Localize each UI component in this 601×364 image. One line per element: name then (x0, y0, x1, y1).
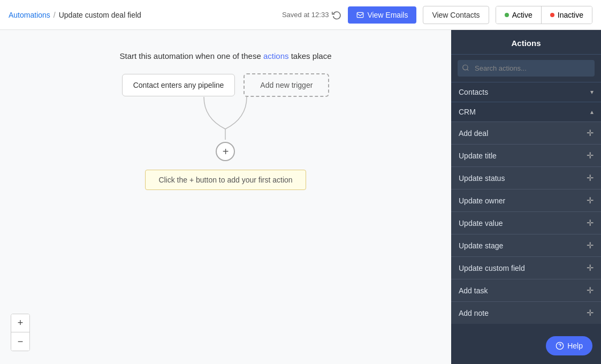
drag-handle-icon: ✛ (587, 218, 594, 228)
search-box (458, 60, 595, 77)
breadcrumb-separator: / (54, 11, 56, 19)
status-toggle-group: Active Inactive (496, 6, 592, 24)
automation-description: Start this automation when one of these … (119, 51, 331, 60)
action-item-update-title[interactable]: Update title ✛ (451, 144, 601, 166)
automation-text-after: takes place (288, 51, 331, 60)
action-add-deal-label: Add deal (459, 129, 488, 138)
action-item-update-custom-field[interactable]: Update custom field ✛ (451, 256, 601, 279)
drag-handle-icon: ✛ (587, 150, 594, 161)
zoom-in-button[interactable]: + (11, 314, 29, 332)
action-update-status-label: Update status (459, 174, 505, 183)
action-update-owner-label: Update owner (459, 196, 505, 205)
zoom-controls: + − (11, 314, 30, 351)
drag-handle-icon: ✛ (587, 128, 594, 138)
chevron-up-icon: ▴ (590, 108, 594, 116)
action-item-update-value[interactable]: Update value ✛ (451, 211, 601, 234)
email-icon (356, 11, 364, 19)
section-crm-label: CRM (459, 108, 476, 116)
hint-box: Click the + button to add your first act… (145, 170, 306, 190)
trigger-box-existing[interactable]: Contact enters any pipeline (122, 74, 235, 96)
plus-icon: + (223, 146, 229, 158)
connector-area: + Click the + button to add your first a… (145, 97, 306, 190)
header: Automations / Update custom deal field S… (0, 0, 601, 30)
trigger-box-new-label: Add new trigger (260, 81, 313, 89)
section-contacts[interactable]: Contacts ▾ (451, 82, 601, 102)
action-item-add-deal[interactable]: Add deal ✛ (451, 122, 601, 144)
status-inactive-button[interactable]: Inactive (542, 6, 592, 24)
search-actions-input[interactable] (458, 60, 595, 77)
hint-text: Click the + button to add your first act… (158, 176, 292, 184)
action-update-title-label: Update title (459, 151, 497, 160)
help-icon (556, 342, 564, 350)
status-active-button[interactable]: Active (496, 6, 542, 24)
action-add-task-label: Add task (459, 286, 488, 295)
actions-sidebar-title: Actions (451, 30, 601, 55)
canvas-content: Start this automation when one of these … (0, 30, 451, 190)
drag-handle-icon: ✛ (587, 240, 594, 251)
drag-handle-icon: ✛ (587, 195, 594, 206)
trigger-box-existing-label: Contact enters any pipeline (133, 81, 224, 89)
triggers-row: Contact enters any pipeline Add new trig… (122, 73, 330, 97)
action-update-value-label: Update value (459, 219, 503, 228)
drag-handle-icon: ✛ (587, 173, 594, 183)
active-label: Active (512, 11, 532, 19)
view-emails-button[interactable]: View Emails (348, 6, 416, 24)
help-button[interactable]: Help (546, 336, 592, 355)
history-icon[interactable] (332, 10, 341, 20)
zoom-out-button[interactable]: − (11, 332, 29, 351)
section-crm[interactable]: CRM ▴ (451, 102, 601, 122)
main-layout: Start this automation when one of these … (0, 30, 601, 364)
svg-point-2 (463, 65, 468, 70)
svg-rect-0 (357, 12, 364, 17)
action-update-stage-label: Update stage (459, 241, 503, 250)
view-emails-label: View Emails (367, 11, 408, 19)
actions-sidebar: Actions Contacts ▾ CRM ▴ Add deal ✛ Upda… (451, 30, 601, 364)
drag-handle-icon: ✛ (587, 285, 594, 295)
saved-label: Saved at 12:33 (282, 11, 329, 19)
view-contacts-button[interactable]: View Contacts (423, 6, 489, 24)
action-item-update-stage[interactable]: Update stage ✛ (451, 234, 601, 256)
automation-canvas[interactable]: Start this automation when one of these … (0, 30, 451, 364)
action-add-note-label: Add note (459, 309, 489, 317)
active-dot (505, 13, 509, 17)
inactive-label: Inactive (558, 11, 583, 19)
saved-info: Saved at 12:33 (282, 10, 341, 20)
trigger-box-new[interactable]: Add new trigger (244, 73, 329, 97)
action-item-update-owner[interactable]: Update owner ✛ (451, 189, 601, 211)
action-update-custom-field-label: Update custom field (459, 264, 525, 272)
help-label: Help (567, 342, 583, 350)
action-item-update-status[interactable]: Update status ✛ (451, 166, 601, 189)
svg-line-3 (467, 69, 469, 71)
view-contacts-label: View Contacts (432, 11, 480, 19)
connector-lines (172, 97, 279, 140)
breadcrumb: Automations / Update custom deal field (9, 11, 141, 19)
add-action-button[interactable]: + (216, 142, 235, 161)
section-contacts-label: Contacts (459, 88, 488, 96)
drag-handle-icon: ✛ (587, 263, 594, 273)
search-icon (462, 64, 469, 73)
action-item-add-task[interactable]: Add task ✛ (451, 279, 601, 301)
automation-text-before: Start this automation when one of these (119, 51, 263, 60)
action-item-add-note[interactable]: Add note ✛ (451, 301, 601, 324)
automation-text-highlight: actions (263, 51, 289, 60)
drag-handle-icon: ✛ (587, 308, 594, 318)
breadcrumb-current-page: Update custom deal field (59, 11, 141, 19)
breadcrumb-automations-link[interactable]: Automations (9, 11, 50, 19)
inactive-dot (550, 13, 554, 17)
chevron-down-icon: ▾ (590, 88, 594, 96)
